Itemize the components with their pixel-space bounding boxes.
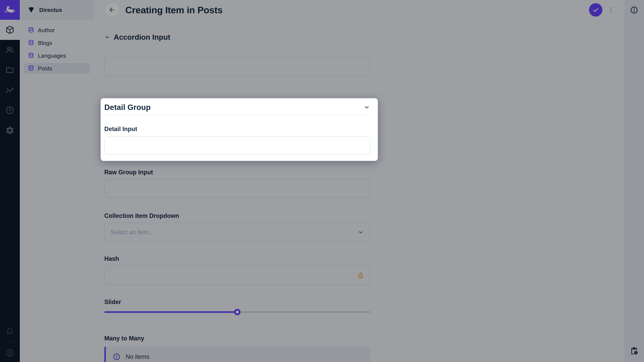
rabbit-icon [4, 4, 16, 16]
many-to-many-empty-notice: No items [104, 347, 370, 362]
detail-input[interactable] [104, 136, 370, 155]
raw-group-input-label: Raw Group Input [104, 169, 370, 176]
insights-icon [5, 85, 14, 95]
people-icon [5, 45, 14, 55]
bell-icon [5, 327, 14, 336]
more-options-button[interactable] [607, 3, 614, 16]
slider-fill [104, 311, 237, 313]
sidebar-item-label: Author [38, 27, 55, 33]
sidebar-item-label: Posts [38, 65, 52, 72]
save-button[interactable] [589, 3, 602, 16]
sidebar-item-blogs[interactable]: Blogs [24, 37, 90, 48]
shield-icon [28, 6, 35, 13]
detail-group-card: Detail Group Detail Input [100, 98, 378, 161]
avatar-icon [5, 348, 14, 358]
section-divider [104, 26, 370, 26]
module-bar-divider [4, 341, 15, 342]
page-title: Creating Item in Posts [125, 4, 222, 15]
info-icon [630, 6, 638, 14]
slider[interactable] [104, 308, 370, 316]
lock-open-icon [357, 271, 365, 279]
module-files[interactable] [0, 60, 20, 80]
database-icon [28, 52, 34, 59]
svg-text:?: ? [8, 108, 11, 113]
slider-handle[interactable] [234, 309, 240, 315]
help-icon: ? [5, 106, 14, 115]
module-insights[interactable] [0, 80, 20, 100]
hash-field [104, 266, 370, 285]
sidebar-item-posts[interactable]: Posts [24, 63, 90, 74]
project-name: Directus [39, 7, 62, 13]
module-settings[interactable] [0, 120, 20, 140]
sidebar-item-author[interactable]: Author [24, 25, 90, 35]
collections-nav: Author Blogs Languages [20, 20, 94, 74]
sidebar-item-label: Blogs [38, 40, 52, 46]
box-icon [5, 25, 14, 34]
user-menu-button[interactable] [0, 344, 20, 362]
module-users[interactable] [0, 40, 20, 60]
right-sidebar [624, 0, 644, 362]
module-content[interactable] [0, 20, 20, 40]
accordion-group-title: Accordion Input [114, 33, 170, 41]
empty-state-text: No items [126, 353, 150, 361]
directus-rabbit-logo[interactable] [0, 0, 20, 20]
raw-group-input[interactable] [104, 179, 370, 198]
many-to-many-label: Many to Many [104, 335, 370, 342]
directus-app: ? [0, 0, 644, 362]
chevron-down-icon [104, 34, 110, 40]
nav-sidebar: Directus Author Blogs [20, 0, 94, 362]
check-icon [592, 6, 600, 13]
info-icon [112, 353, 120, 361]
detail-group-header[interactable]: Detail Group [104, 103, 370, 112]
arrow-left-icon [108, 6, 116, 13]
database-icon [28, 65, 34, 72]
module-help[interactable]: ? [0, 100, 20, 120]
sidebar-item-languages[interactable]: Languages [24, 50, 90, 61]
collection-item-dropdown-label: Collection Item Dropdown [104, 213, 370, 219]
chevron-down-icon [364, 104, 370, 111]
module-bar: ? [0, 0, 20, 362]
item-form: Accordion Input Detail Group Detail Inpu… [94, 26, 370, 362]
project-chooser[interactable]: Directus [20, 0, 94, 20]
accordion-group-header[interactable]: Accordion Input [104, 32, 370, 42]
slider-label: Slider [104, 299, 370, 305]
accordion-input[interactable] [104, 57, 370, 76]
collection-item-dropdown-input[interactable] [105, 223, 370, 242]
main-area: Creating Item in Posts [94, 0, 624, 362]
detail-input-label: Detail Input [104, 126, 370, 132]
hash-label: Hash [104, 255, 370, 262]
chevron-down-icon [358, 229, 364, 236]
info-sidebar-button[interactable] [630, 3, 638, 17]
database-icon [28, 27, 34, 34]
card-divider [104, 115, 370, 115]
back-button[interactable] [105, 3, 119, 16]
page-header: Creating Item in Posts [94, 0, 624, 20]
section-divider [104, 86, 370, 87]
database-icon [28, 39, 34, 46]
gear-icon [5, 126, 14, 135]
folder-icon [5, 65, 14, 75]
hash-input[interactable] [104, 266, 370, 285]
dots-vertical-icon [608, 6, 614, 13]
sidebar-item-label: Languages [38, 52, 66, 59]
header-actions [589, 3, 614, 16]
collection-item-dropdown[interactable] [104, 223, 370, 242]
revisions-icon [630, 347, 638, 355]
notifications-button[interactable] [0, 322, 20, 340]
detail-group-title: Detail Group [104, 103, 150, 112]
revisions-sidebar-button[interactable] [630, 344, 638, 358]
